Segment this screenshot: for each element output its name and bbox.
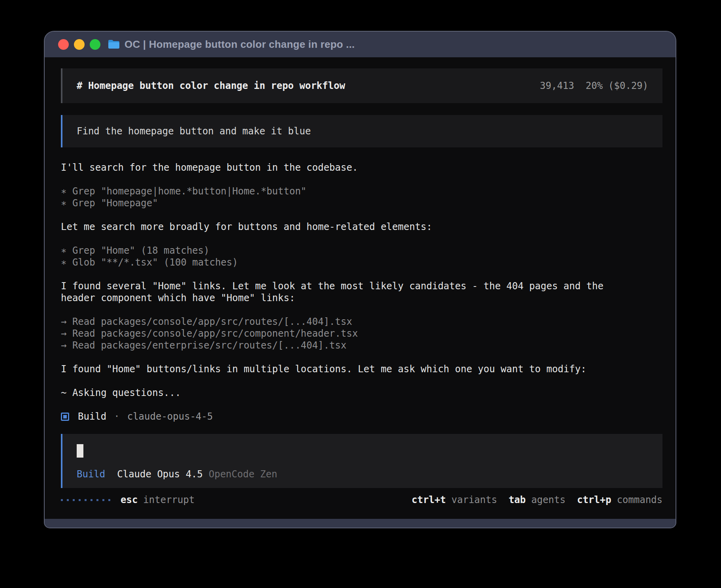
session-cost: ($0.29) — [608, 80, 648, 91]
session-header: # Homepage button color change in repo w… — [61, 68, 662, 103]
transcript-line: ∗ Glob "**/*.tsx" (100 matches) — [61, 256, 662, 268]
session-stats: 39,413 20% ($0.29) — [540, 80, 648, 91]
folder-icon — [108, 40, 120, 49]
transcript-line: → Read packages/console/app/src/componen… — [61, 328, 662, 339]
transcript-line: ∗ Grep "homepage|home.*button|Home.*butt… — [61, 185, 662, 197]
transcript-line: I found several "Home" links. Let me loo… — [61, 280, 662, 292]
transcript-line — [61, 304, 662, 316]
transcript-line — [61, 399, 662, 411]
shortcut-label: commands — [617, 494, 662, 505]
transcript-line: ∗ Grep "Home" (18 matches) — [61, 245, 662, 256]
agent-name: Build — [78, 411, 106, 422]
spinner-dot — [108, 499, 110, 501]
transcript-line: → Read packages/console/app/src/routes/[… — [61, 316, 662, 328]
agent-model: claude-opus-4-5 — [127, 411, 213, 422]
transcript-line — [61, 173, 662, 185]
window-title: OC | Homepage button color change in rep… — [125, 38, 355, 51]
separator-dot: · — [114, 411, 119, 422]
status-bar-left: esc interrupt — [61, 494, 194, 505]
input-meta: Build Claude Opus 4.5 OpenCode Zen — [77, 468, 648, 480]
session-title: # Homepage button color change in repo w… — [77, 80, 345, 91]
prompt-input[interactable]: Build Claude Opus 4.5 OpenCode Zen — [61, 434, 662, 488]
transcript-line: I'll search for the homepage button in t… — [61, 162, 662, 173]
statusbar-shortcuts: ctrl+tvariantstabagentsctrl+pcommands — [400, 494, 662, 505]
shortcut-label: agents — [531, 494, 566, 505]
text-cursor — [77, 444, 83, 458]
token-count: 39,413 — [540, 80, 574, 91]
transcript-line: → Read packages/enterprise/src/routes/[.… — [61, 339, 662, 351]
esc-key-label: interrupt — [143, 494, 194, 505]
agent-build-icon — [61, 413, 69, 421]
context-percent: 20% — [585, 80, 602, 91]
spinner-dot — [91, 499, 92, 501]
maximize-button[interactable] — [90, 39, 100, 50]
spinner-dot — [85, 499, 87, 501]
user-message: Find the homepage button and make it blu… — [61, 115, 662, 147]
terminal-window: OC | Homepage button color change in rep… — [44, 31, 676, 528]
agent-status-line: Build · claude-opus-4-5 — [61, 411, 662, 422]
input-model-label[interactable]: Claude Opus 4.5 — [117, 468, 203, 480]
transcript-line — [61, 351, 662, 363]
transcript: I'll search for the homepage button in t… — [61, 162, 662, 411]
transcript-line: I found "Home" buttons/links in multiple… — [61, 363, 662, 375]
shortcut-key: ctrl+p — [577, 494, 612, 505]
transcript-line: ~ Asking questions... — [61, 387, 662, 399]
spinner-dot — [73, 499, 75, 501]
terminal-content: # Homepage button color change in repo w… — [45, 57, 676, 519]
close-button[interactable] — [58, 39, 69, 50]
spinner-dots — [61, 499, 110, 501]
window-titlebar: OC | Homepage button color change in rep… — [45, 32, 676, 57]
spinner-dot — [61, 499, 63, 501]
transcript-line: Let me search more broadly for buttons a… — [61, 221, 662, 233]
shortcut-label: variants — [451, 494, 497, 505]
spinner-dot — [79, 499, 81, 501]
input-provider-label: OpenCode Zen — [209, 468, 277, 480]
user-message-text: Find the homepage button and make it blu… — [77, 126, 311, 137]
spinner-dot — [96, 499, 98, 501]
transcript-line — [61, 209, 662, 221]
shortcut-hint: ctrl+pcommands — [577, 494, 662, 505]
transcript-line — [61, 233, 662, 245]
shortcut-hint: tabagents — [509, 494, 566, 505]
input-agent-label[interactable]: Build — [77, 468, 105, 480]
spinner-dot — [67, 499, 69, 501]
traffic-lights — [58, 39, 100, 50]
shortcut-key: ctrl+t — [411, 494, 446, 505]
status-bar: esc interrupt ctrl+tvariantstabagentsctr… — [61, 494, 662, 506]
transcript-line — [61, 375, 662, 387]
minimize-button[interactable] — [74, 39, 85, 50]
window-footer-strip — [45, 519, 676, 528]
shortcut-hint: ctrl+tvariants — [411, 494, 497, 505]
shortcut-key: tab — [509, 494, 526, 505]
spinner-dot — [102, 499, 104, 501]
transcript-line — [61, 268, 662, 280]
esc-key-hint: esc — [121, 494, 138, 505]
transcript-line: header component which have "Home" links… — [61, 292, 662, 304]
transcript-line: ∗ Grep "Homepage" — [61, 197, 662, 209]
